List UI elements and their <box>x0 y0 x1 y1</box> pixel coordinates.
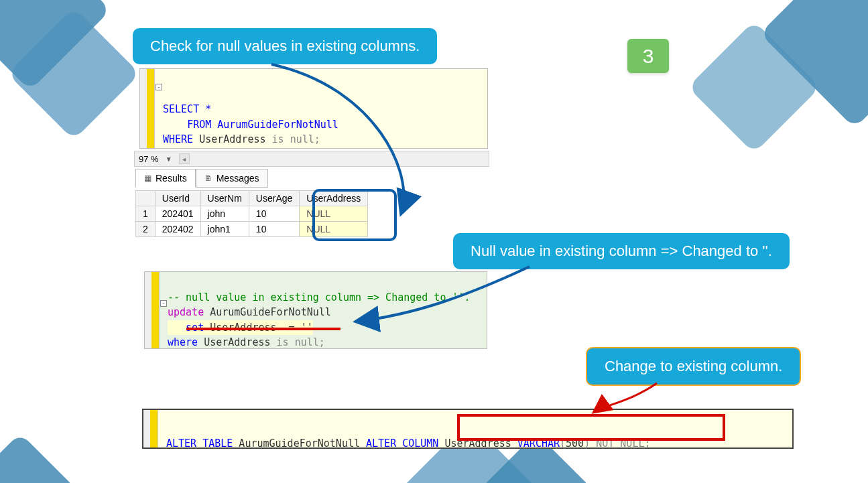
sql-text: UserAddress <box>198 336 276 348</box>
sql-number: 500 <box>566 437 584 450</box>
sql-punct: ; <box>319 336 325 348</box>
cell-userid[interactable]: 202401 <box>155 206 200 222</box>
sql-keyword: SELECT * <box>163 103 211 115</box>
sql-identifier: AurumGuideForNotNull <box>204 306 331 318</box>
sql-keyword: COLUMN <box>396 437 438 450</box>
scroll-left-icon[interactable]: ◂ <box>179 153 190 164</box>
callout-changed-to: Null value in existing column => Changed… <box>453 233 790 269</box>
grid-icon: ▦ <box>144 174 151 183</box>
table-row[interactable]: 1 202401 john 10 NULL <box>136 206 368 222</box>
grid-header[interactable]: UserId <box>155 191 200 206</box>
grid-header[interactable]: UserAge <box>249 191 299 206</box>
sql-punct: ; <box>644 437 650 450</box>
row-number: 2 <box>136 222 156 237</box>
cell-useraddress[interactable]: NULL <box>300 222 368 237</box>
grid-corner <box>136 191 156 206</box>
sql-comment: -- null value in existing column => Chan… <box>168 291 471 303</box>
zoom-value[interactable]: 97 % <box>139 154 159 164</box>
tab-label: Results <box>156 173 187 184</box>
sql-keyword: where <box>168 336 198 348</box>
sql-keyword: ALTER <box>366 437 396 450</box>
results-tabs: ▦ Results 🗎 Messages <box>135 169 268 188</box>
sql-keyword: FROM AurumGuideForNotNull <box>187 119 338 131</box>
row-number: 1 <box>136 206 156 222</box>
sql-editor-update[interactable]: - -- null value in existing column => Ch… <box>144 271 487 349</box>
cell-useraddress[interactable]: NULL <box>300 206 368 222</box>
sql-identifier: AurumGuideForNotNull <box>233 437 366 450</box>
cell-usernm[interactable]: john1 <box>200 222 249 237</box>
table-row[interactable]: 2 202402 john1 10 NULL <box>136 222 368 237</box>
sql-keyword: WHERE <box>163 133 193 145</box>
sql-keyword: update <box>168 306 204 318</box>
zoom-dropdown-icon[interactable]: ▼ <box>162 155 176 163</box>
sql-punct: ( <box>560 437 566 450</box>
tab-results[interactable]: ▦ Results <box>135 169 196 188</box>
step-number-badge: 3 <box>627 39 669 73</box>
sql-keyword: null <box>289 336 319 348</box>
editor-zoom-bar: 97 % ▼ ◂ <box>134 151 489 167</box>
cell-userage[interactable]: 10 <box>249 206 299 222</box>
callout-check-null: Check for null values in existing column… <box>133 28 437 64</box>
emphasis-underline <box>186 328 340 330</box>
sql-keyword: TABLE <box>196 437 233 450</box>
callout-change-existing: Change to existing column. <box>586 347 801 386</box>
cell-userid[interactable]: 202402 <box>155 222 200 237</box>
cell-userage[interactable]: 10 <box>249 222 299 237</box>
grid-header[interactable]: UserNm <box>200 191 249 206</box>
tab-messages[interactable]: 🗎 Messages <box>196 169 268 188</box>
sql-punct: ) <box>584 437 590 450</box>
grid-header[interactable]: UserAddress <box>300 191 368 206</box>
sql-keyword: NOT NULL <box>590 437 644 450</box>
cell-usernm[interactable]: john <box>200 206 249 222</box>
tab-label: Messages <box>216 173 259 184</box>
sql-line <box>163 88 169 100</box>
bg-diamond <box>0 433 77 483</box>
sql-keyword: ALTER <box>166 437 196 450</box>
results-grid[interactable]: UserId UserNm UserAge UserAddress 1 2024… <box>135 190 368 237</box>
sql-keyword: VARCHAR <box>517 437 560 450</box>
messages-icon: 🗎 <box>204 174 212 183</box>
sql-identifier: UserAddress <box>438 437 517 450</box>
sql-keyword: is <box>277 336 289 348</box>
sql-editor-select[interactable]: - SELECT * FROM AurumGuideForNotNull WHE… <box>139 68 488 149</box>
sql-editor-alter[interactable]: ALTER TABLE AurumGuideForNotNull ALTER C… <box>142 409 794 449</box>
